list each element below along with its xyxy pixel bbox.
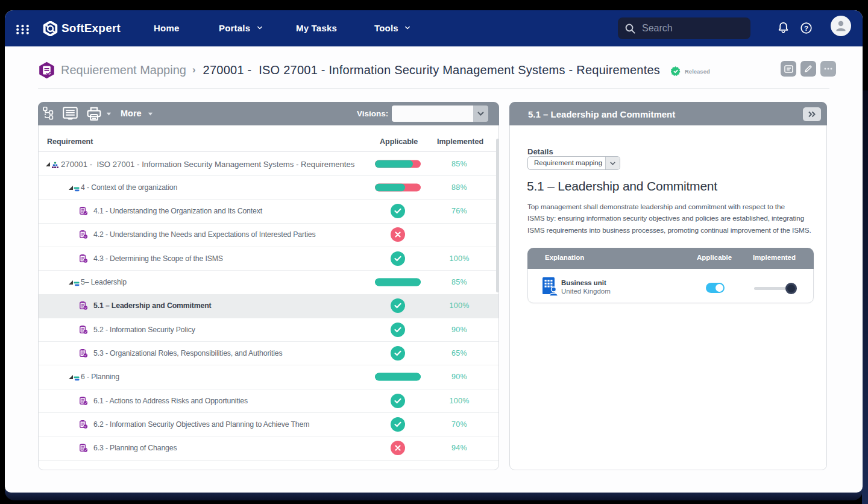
svg-text:?: ? [804,25,808,32]
